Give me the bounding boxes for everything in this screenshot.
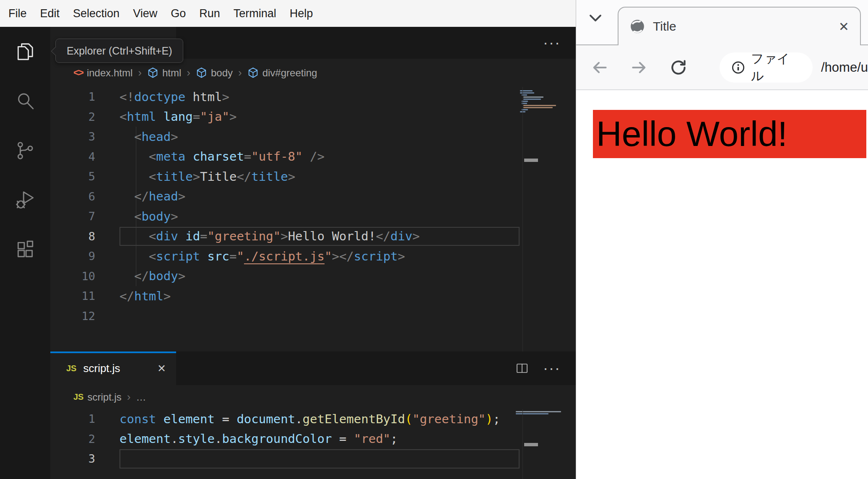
code-line-4[interactable]: 4 <meta charset="utf-8" /> (50, 147, 576, 167)
code-line-1[interactable]: 1const element = document.getElementById… (50, 409, 576, 429)
menu-bar: FileEditSelectionViewGoRunTerminalHelp (0, 0, 576, 27)
code-text: </head> (120, 189, 185, 203)
code-editor-js[interactable]: 1const element = document.getElementById… (50, 409, 576, 479)
code-line-10[interactable]: 10 </body> (50, 266, 576, 286)
menu-run[interactable]: Run (192, 7, 227, 20)
line-number: 3 (50, 130, 95, 143)
menu-go[interactable]: Go (164, 7, 192, 20)
breadcrumb-separator: › (237, 66, 243, 79)
browser-toolbar: ファイル /home/u (576, 45, 868, 90)
file-origin-chip[interactable]: ファイル (720, 52, 813, 83)
code-line-2[interactable]: 2<html lang="ja"> (50, 107, 576, 127)
minimap[interactable] (520, 90, 556, 113)
code-text: <script src="./script.js"></script> (120, 249, 405, 263)
globe-icon (629, 18, 645, 34)
breadcrumb-div-greeting[interactable]: div#greeting (247, 67, 317, 79)
git-branch-icon (15, 140, 36, 161)
menu-file[interactable]: File (2, 7, 34, 20)
breadcrumb-label: … (136, 391, 146, 403)
code-text: <html lang="ja"> (120, 109, 236, 124)
reload-icon[interactable] (669, 58, 688, 77)
code-text: <meta charset="utf-8" /> (120, 149, 325, 164)
line-number: 9 (50, 250, 95, 263)
breadcrumbs-js: JSscript.js›… (50, 385, 576, 409)
code-text: <head> (120, 130, 178, 144)
code-line-9[interactable]: 9 <script src="./script.js"></script> (50, 246, 576, 266)
minimap-line (516, 413, 548, 414)
code-text: </html> (120, 289, 171, 303)
breadcrumb-separator: › (137, 66, 143, 79)
code-line-3[interactable]: 3 <head> (50, 127, 576, 147)
play-bug-icon (15, 190, 36, 211)
forward-icon[interactable] (630, 58, 648, 77)
menu-view[interactable]: View (126, 7, 164, 20)
js-file-icon: JS (66, 364, 76, 373)
tab-search-chevron-icon[interactable] (588, 13, 603, 23)
breadcrumb-separator: › (126, 390, 132, 404)
extensions-icon[interactable] (0, 225, 50, 274)
minimap-line (520, 90, 533, 91)
explorer-icon[interactable] (0, 27, 50, 76)
explorer-tooltip: Explorer (Ctrl+Shift+E) (55, 39, 183, 63)
line-number: 11 (50, 289, 95, 302)
run-debug-icon[interactable] (0, 175, 50, 225)
overview-cursor-mark (524, 159, 538, 162)
split-editor-icon[interactable] (515, 362, 529, 375)
line-number: 10 (50, 270, 95, 283)
close-tab-icon[interactable]: ✕ (839, 19, 849, 34)
back-icon[interactable] (590, 58, 609, 77)
code-text: element.style.backgroundColor = "red"; (120, 432, 398, 446)
browser-window: Title ✕ ファイル /home/u Hello World! (576, 0, 868, 479)
browser-tab-strip: Title ✕ (576, 0, 868, 45)
code-line-5[interactable]: 5 <title>Title</title> (50, 167, 576, 187)
menu-edit[interactable]: Edit (34, 7, 67, 20)
activity-bar (0, 27, 50, 479)
blocks-icon (15, 239, 36, 260)
browser-viewport: Hello World! (576, 90, 868, 478)
js-file-icon: JS (73, 392, 83, 402)
code-line-3[interactable]: 3 (50, 449, 576, 469)
code-line-11[interactable]: 11</html> (50, 286, 576, 306)
menu-help[interactable]: Help (283, 7, 320, 20)
menu-selection[interactable]: Selection (66, 7, 126, 20)
search-icon[interactable] (0, 76, 50, 126)
browser-tab-title[interactable]: Title ✕ (618, 7, 861, 45)
address-url[interactable]: /home/u (821, 60, 868, 75)
line-number: 8 (50, 230, 95, 243)
files-icon (15, 41, 36, 62)
menu-terminal[interactable]: Terminal (227, 7, 283, 20)
line-number: 7 (50, 210, 95, 223)
code-editor-html[interactable]: 1<!doctype html>2<html lang="ja">3 <head… (50, 87, 576, 351)
vscode-window: FileEditSelectionViewGoRunTerminalHelp (0, 0, 576, 479)
breadcrumb-body[interactable]: body (196, 67, 233, 79)
code-line-12[interactable]: 12 (50, 306, 576, 326)
minimap-line (523, 107, 553, 108)
tab-script-js[interactable]: JS script.js ✕ (50, 351, 176, 385)
symbol-cube-icon (247, 67, 259, 78)
line-number: 12 (50, 310, 95, 323)
line-number: 1 (50, 412, 95, 425)
breadcrumb-script-js[interactable]: JSscript.js (73, 391, 122, 403)
code-line-8[interactable]: 8 <div id="greeting">Hello World!</div> (50, 226, 576, 247)
code-line-1[interactable]: 1<!doctype html> (50, 87, 576, 107)
minimap-line (523, 105, 556, 106)
line-number: 6 (50, 190, 95, 203)
code-line-2[interactable]: 2element.style.backgroundColor = "red"; (50, 429, 576, 449)
breadcrumb-index-html[interactable]: <>index.html (73, 67, 133, 79)
breadcrumb-label: script.js (87, 391, 121, 403)
close-tab-icon[interactable]: ✕ (157, 362, 166, 375)
minimap-line (523, 96, 543, 98)
magnifier-icon (15, 91, 36, 112)
scrollbar-track (522, 87, 523, 351)
code-line-7[interactable]: 7 <body> (50, 206, 576, 226)
greeting-div: Hello World! (593, 110, 866, 158)
scrollbar-track (522, 409, 523, 479)
tab-bar-bottom: JS script.js ✕ ··· (50, 351, 576, 385)
breadcrumb--[interactable]: … (136, 391, 146, 403)
breadcrumb-label: html (162, 67, 181, 79)
symbol-cube-icon (147, 67, 159, 78)
source-control-icon[interactable] (0, 126, 50, 175)
code-line-6[interactable]: 6 </head> (50, 187, 576, 207)
breadcrumb-html[interactable]: html (147, 67, 181, 79)
code-text: <div id="greeting">Hello World!</div> (120, 229, 420, 243)
